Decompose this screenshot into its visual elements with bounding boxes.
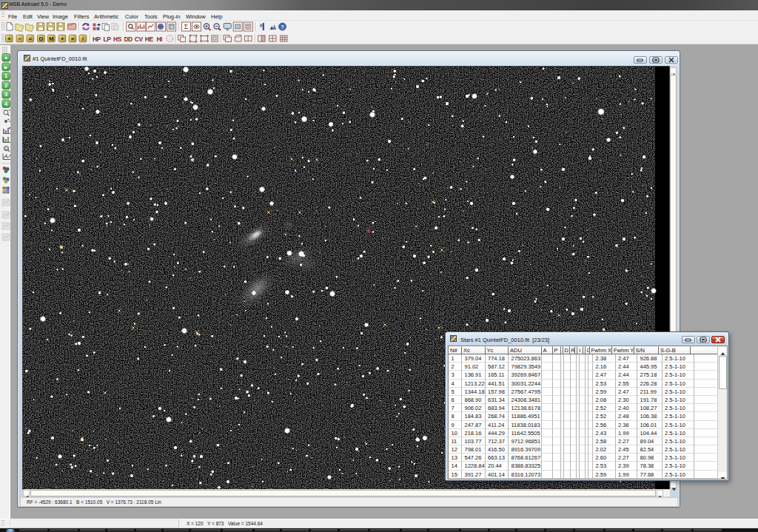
svg-text:A: A (5, 153, 8, 158)
svg-text:HS: HS (113, 36, 122, 43)
svg-text:D: D (39, 36, 44, 42)
svg-text:Σ: Σ (184, 23, 188, 30)
svg-text:Q: Q (4, 147, 8, 151)
svg-text:▶: ▶ (4, 65, 8, 70)
svg-text:=: = (28, 36, 32, 42)
svg-text:■: ■ (5, 55, 7, 60)
svg-text:LP: LP (103, 36, 111, 43)
svg-text:HP: HP (93, 36, 101, 43)
svg-text:?: ? (281, 24, 284, 30)
svg-text:−: − (19, 36, 22, 42)
svg-text:M: M (49, 36, 54, 42)
svg-text:2: 2 (4, 83, 7, 88)
svg-text:4: 4 (4, 101, 7, 107)
svg-text:CV: CV (135, 36, 144, 43)
svg-text:1: 1 (4, 73, 7, 78)
svg-text:×: × (71, 36, 75, 42)
svg-text:DD: DD (124, 36, 133, 43)
svg-text:HE: HE (145, 36, 154, 43)
svg-text:3: 3 (4, 92, 7, 97)
svg-text:+: + (61, 36, 64, 42)
svg-text:HI: HI (156, 36, 162, 43)
svg-text:+: + (7, 36, 11, 42)
